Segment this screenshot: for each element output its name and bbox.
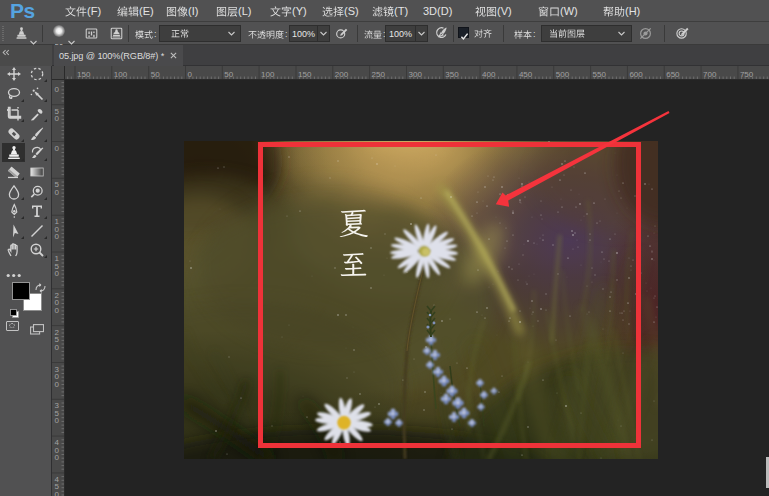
svg-text:0: 0 (55, 453, 60, 462)
svg-text:0: 0 (188, 70, 193, 79)
svg-text:0: 0 (55, 188, 60, 197)
svg-text:0: 0 (55, 144, 60, 153)
svg-text:0: 0 (55, 306, 60, 315)
svg-text:0: 0 (55, 490, 60, 496)
svg-text:0: 0 (55, 114, 60, 123)
svg-text:0: 0 (55, 380, 60, 389)
svg-text:0: 0 (55, 343, 60, 352)
svg-text:0: 0 (55, 85, 60, 94)
svg-text:0: 0 (55, 269, 60, 278)
svg-text:0: 0 (55, 416, 60, 425)
svg-text:0: 0 (55, 232, 60, 241)
